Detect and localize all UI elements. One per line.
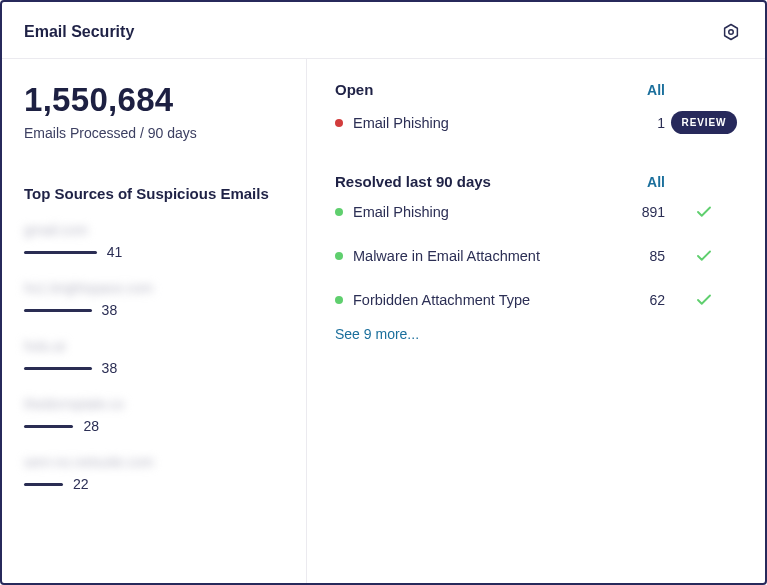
source-bar-wrap: 28 (24, 418, 284, 434)
threat-row: Malware in Email Attachment 85 (335, 234, 743, 278)
status-dot-icon (335, 252, 343, 260)
source-row: thedormptale.co 28 (24, 396, 284, 434)
source-name: hs1.brightspace.com (24, 280, 284, 296)
card-body: 1,550,684 Emails Processed / 90 days Top… (2, 59, 765, 583)
source-bar-wrap: 38 (24, 360, 284, 376)
source-row: sem-no.netsuite.com 22 (24, 454, 284, 492)
resolved-all-link[interactable]: All (647, 174, 665, 190)
open-all-link[interactable]: All (647, 82, 665, 98)
resolved-title: Resolved last 90 days (335, 173, 617, 190)
threat-row: Email Phishing 1 REVIEW (335, 98, 743, 147)
threat-label: Malware in Email Attachment (353, 248, 617, 264)
source-bar (24, 309, 92, 312)
source-row: hulu.ai 38 (24, 338, 284, 376)
settings-button[interactable] (719, 20, 743, 44)
right-panel: Open All Email Phishing 1 REVIEW Resolve… (307, 59, 765, 583)
open-header: Open All (335, 81, 743, 98)
svg-point-1 (729, 30, 734, 35)
source-name: sem-no.netsuite.com (24, 454, 284, 470)
threat-label: Email Phishing (353, 204, 617, 220)
email-security-card: Email Security 1,550,684 Emails Processe… (0, 0, 767, 585)
card-title: Email Security (24, 23, 134, 41)
source-bar (24, 425, 73, 428)
threat-row: Forbidden Attachment Type 62 (335, 278, 743, 322)
resolved-header: Resolved last 90 days All (335, 173, 743, 190)
source-name: thedormptale.co (24, 396, 284, 412)
threat-action-col: REVIEW (665, 111, 743, 134)
threat-label: Email Phishing (353, 115, 617, 131)
source-value: 28 (83, 418, 99, 434)
open-title: Open (335, 81, 617, 98)
threat-count: 891 (617, 204, 665, 220)
status-dot-icon (335, 208, 343, 216)
source-value: 38 (102, 360, 118, 376)
emails-processed-count: 1,550,684 (24, 81, 284, 119)
source-value: 41 (107, 244, 123, 260)
emails-processed-label: Emails Processed / 90 days (24, 125, 284, 141)
source-bar (24, 367, 92, 370)
threat-count: 85 (617, 248, 665, 264)
card-header: Email Security (2, 2, 765, 59)
check-icon (695, 247, 713, 265)
resolved-all-col: All (617, 174, 665, 190)
source-bar (24, 251, 97, 254)
check-icon (695, 291, 713, 309)
open-all-col: All (617, 82, 665, 98)
source-row: gmail.com 41 (24, 222, 284, 260)
threat-status-col (665, 291, 743, 309)
source-name: hulu.ai (24, 338, 284, 354)
sources-title: Top Sources of Suspicious Emails (24, 185, 284, 202)
status-dot-icon (335, 119, 343, 127)
svg-marker-0 (725, 25, 738, 40)
threat-status-col (665, 203, 743, 221)
check-icon (695, 203, 713, 221)
see-more-link[interactable]: See 9 more... (335, 326, 743, 342)
source-bar-wrap: 41 (24, 244, 284, 260)
source-bar (24, 483, 63, 486)
gear-icon (722, 23, 740, 41)
left-panel: 1,550,684 Emails Processed / 90 days Top… (2, 59, 307, 583)
source-value: 22 (73, 476, 89, 492)
status-dot-icon (335, 296, 343, 304)
source-name: gmail.com (24, 222, 284, 238)
source-row: hs1.brightspace.com 38 (24, 280, 284, 318)
threat-label: Forbidden Attachment Type (353, 292, 617, 308)
threat-count: 62 (617, 292, 665, 308)
source-bar-wrap: 22 (24, 476, 284, 492)
review-button[interactable]: REVIEW (671, 111, 738, 134)
threat-status-col (665, 247, 743, 265)
threat-count: 1 (617, 115, 665, 131)
source-bar-wrap: 38 (24, 302, 284, 318)
source-value: 38 (102, 302, 118, 318)
threat-row: Email Phishing 891 (335, 190, 743, 234)
